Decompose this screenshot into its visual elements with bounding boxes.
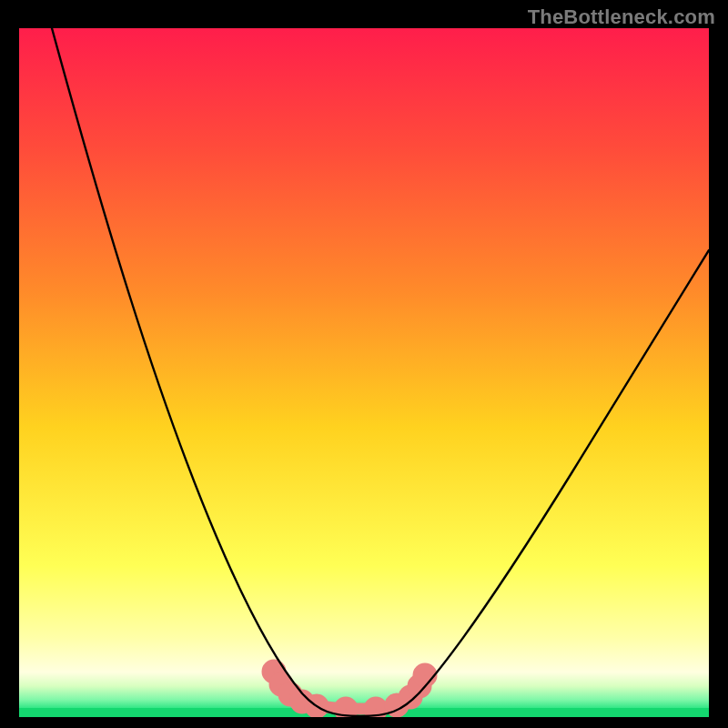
svg-point-7 xyxy=(369,703,382,715)
chart-stage: TheBottleneck.com xyxy=(0,0,728,728)
svg-point-6 xyxy=(339,703,352,715)
chart-svg xyxy=(0,0,728,728)
watermark-text: TheBottleneck.com xyxy=(528,5,715,29)
plot-gradient xyxy=(19,28,709,717)
